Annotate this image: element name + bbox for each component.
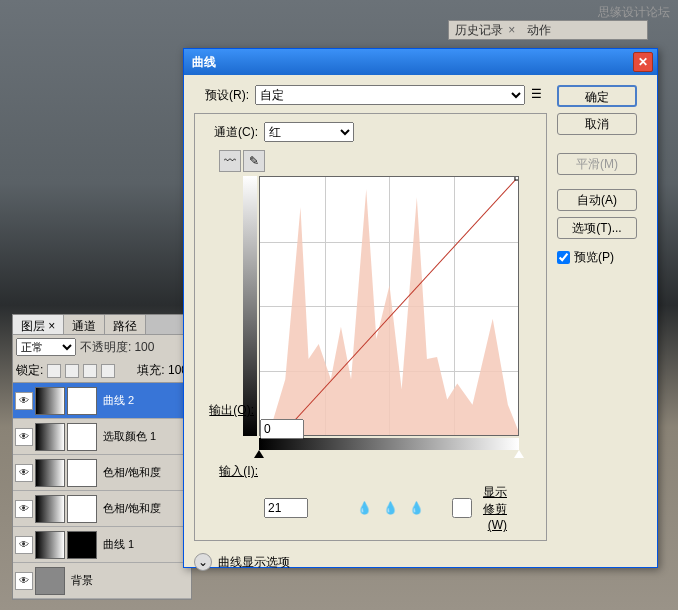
dialog-title: 曲线 (188, 54, 633, 71)
layer-thumbnail[interactable] (35, 567, 65, 595)
output-gradient (243, 176, 257, 436)
lock-move-icon[interactable] (83, 364, 97, 378)
layer-thumbnail[interactable] (35, 495, 65, 523)
channel-select[interactable]: 红 (264, 122, 354, 142)
ok-button[interactable]: 确定 (557, 85, 637, 107)
visibility-eye-icon[interactable] (15, 536, 33, 554)
pencil-tool-icon[interactable]: ✎ (243, 150, 265, 172)
lock-transparent-icon[interactable] (47, 364, 61, 378)
eyedropper-white-icon[interactable]: 💧 (406, 498, 426, 518)
tab-history[interactable]: 历史记录 × (455, 22, 515, 39)
black-point-slider[interactable] (254, 450, 264, 458)
curve-line[interactable] (260, 177, 518, 435)
layer-row[interactable]: 背景 (13, 563, 191, 599)
tab-layers[interactable]: 图层 × (13, 315, 64, 334)
layer-mask-thumbnail[interactable] (67, 531, 97, 559)
layer-row[interactable]: 曲线 1 (13, 527, 191, 563)
layer-thumbnail[interactable] (35, 423, 65, 451)
smooth-button: 平滑(M) (557, 153, 637, 175)
titlebar[interactable]: 曲线 ✕ (184, 49, 657, 75)
cancel-button[interactable]: 取消 (557, 113, 637, 135)
svg-rect-2 (515, 177, 518, 180)
lock-all-icon[interactable] (101, 364, 115, 378)
visibility-eye-icon[interactable] (15, 500, 33, 518)
svg-line-0 (281, 177, 518, 435)
layer-name: 曲线 2 (103, 393, 134, 408)
layer-name: 选取颜色 1 (103, 429, 156, 444)
white-point-slider[interactable] (514, 450, 524, 458)
channel-label: 通道(C): (203, 124, 258, 141)
layer-name: 背景 (71, 573, 93, 588)
eyedropper-black-icon[interactable]: 💧 (354, 498, 374, 518)
close-icon[interactable]: × (505, 23, 515, 37)
layer-mask-thumbnail[interactable] (67, 459, 97, 487)
layer-row[interactable]: 选取颜色 1 (13, 419, 191, 455)
visibility-eye-icon[interactable] (15, 572, 33, 590)
lock-brush-icon[interactable] (65, 364, 79, 378)
output-label: 输出(O): (199, 402, 254, 419)
tab-channels[interactable]: 通道 (64, 315, 105, 334)
fill-label: 填充: 100 (137, 362, 188, 379)
preset-label: 预设(R): (194, 87, 249, 104)
input-gradient[interactable] (259, 438, 519, 450)
visibility-eye-icon[interactable] (15, 464, 33, 482)
close-button[interactable]: ✕ (633, 52, 653, 72)
display-options-label: 曲线显示选项 (218, 554, 290, 571)
history-panel: 历史记录 × 动作 (448, 20, 648, 40)
layer-mask-thumbnail[interactable] (67, 387, 97, 415)
layer-row[interactable]: 色相/饱和度 (13, 491, 191, 527)
close-icon[interactable]: × (48, 319, 55, 333)
curves-dialog: 曲线 ✕ 预设(R): 自定 ☰ 通道(C): 红 〰 ✎ (183, 48, 658, 568)
eyedropper-gray-icon[interactable]: 💧 (380, 498, 400, 518)
layer-name: 色相/饱和度 (103, 501, 161, 516)
layer-row[interactable]: 曲线 2 (13, 383, 191, 419)
layer-thumbnail[interactable] (35, 531, 65, 559)
layer-name: 色相/饱和度 (103, 465, 161, 480)
options-button[interactable]: 选项(T)... (557, 217, 637, 239)
curves-graph[interactable] (259, 176, 519, 436)
layer-thumbnail[interactable] (35, 459, 65, 487)
visibility-eye-icon[interactable] (15, 428, 33, 446)
lock-label: 锁定: (16, 362, 43, 379)
layer-name: 曲线 1 (103, 537, 134, 552)
layer-thumbnail[interactable] (35, 387, 65, 415)
opacity-label: 不透明度: 100 (80, 339, 188, 356)
layers-controls: 正常 不透明度: 100 (13, 335, 191, 359)
tab-paths[interactable]: 路径 (105, 315, 146, 334)
layer-mask-thumbnail[interactable] (67, 423, 97, 451)
layer-mask-thumbnail[interactable] (67, 495, 97, 523)
input-label: 输入(I): (203, 463, 258, 480)
preset-menu-icon[interactable]: ☰ (531, 87, 547, 103)
preview-checkbox[interactable]: 预览(P) (557, 249, 647, 266)
show-clip-checkbox[interactable]: 显示修剪(W) (452, 484, 507, 532)
curves-area: 通道(C): 红 〰 ✎ (194, 113, 547, 541)
tab-actions[interactable]: 动作 (527, 22, 551, 39)
curve-tool-icon[interactable]: 〰 (219, 150, 241, 172)
layers-tabs: 图层 × 通道 路径 (13, 315, 191, 335)
auto-button[interactable]: 自动(A) (557, 189, 637, 211)
layer-row[interactable]: 色相/饱和度 (13, 455, 191, 491)
output-input[interactable] (260, 419, 304, 439)
expand-display-options-button[interactable]: ⌄ (194, 553, 212, 571)
preset-select[interactable]: 自定 (255, 85, 525, 105)
layers-panel: 图层 × 通道 路径 正常 不透明度: 100 锁定: 填充: 100 曲线 2… (12, 314, 192, 600)
blend-mode-select[interactable]: 正常 (16, 338, 76, 356)
layers-lock-row: 锁定: 填充: 100 (13, 359, 191, 383)
visibility-eye-icon[interactable] (15, 392, 33, 410)
input-input[interactable] (264, 498, 308, 518)
watermark-text: 思缘设计论坛 (598, 4, 670, 21)
